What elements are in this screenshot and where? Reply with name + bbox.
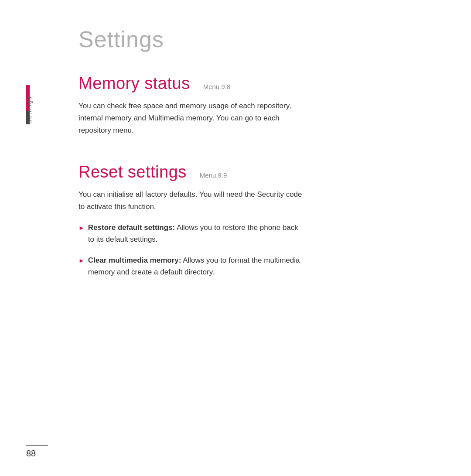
reset-settings-body: You can initialise all factory defaults.… <box>78 188 305 213</box>
memory-status-menu: Menu 9.8 <box>203 83 231 90</box>
reset-settings-header: Reset settings Menu 9.9 <box>78 163 436 181</box>
bullet-text-clear: Clear multimedia memory: Allows you to f… <box>88 254 305 278</box>
bullet-label-restore: Restore default settings: <box>88 223 175 232</box>
page-number-line <box>26 445 48 446</box>
page-title: Settings <box>78 26 436 52</box>
page-container: Settings Settings Memory status Menu 9.8… <box>0 0 471 476</box>
page-number: 88 <box>26 449 36 458</box>
reset-settings-bullets: ► Restore default settings: Allows you t… <box>78 222 436 278</box>
sidebar-label: Settings <box>26 96 33 123</box>
page-number-section: 88 <box>26 445 48 459</box>
list-item: ► Clear multimedia memory: Allows you to… <box>78 254 305 278</box>
memory-status-title: Memory status <box>78 74 190 93</box>
memory-status-body: You can check free space and memory usag… <box>78 100 305 137</box>
memory-status-section: Memory status Menu 9.8 You can check fre… <box>78 74 436 137</box>
bullet-text-restore: Restore default settings: Allows you to … <box>88 222 305 245</box>
bullet-arrow-icon: ► <box>78 223 85 233</box>
reset-settings-title: Reset settings <box>78 163 187 181</box>
memory-status-header: Memory status Menu 9.8 <box>78 74 436 93</box>
list-item: ► Restore default settings: Allows you t… <box>78 222 305 245</box>
reset-settings-section: Reset settings Menu 9.9 You can initiali… <box>78 163 436 278</box>
reset-settings-menu: Menu 9.9 <box>200 171 227 179</box>
bullet-label-clear: Clear multimedia memory: <box>88 256 181 264</box>
bullet-arrow-icon: ► <box>78 256 85 265</box>
